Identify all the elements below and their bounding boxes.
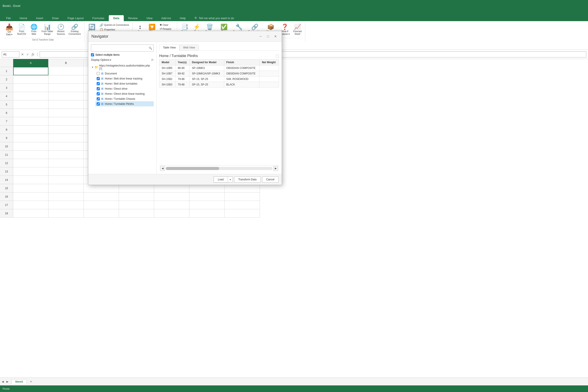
- row-header-18[interactable]: 18: [0, 209, 13, 218]
- load-button[interactable]: Load: [214, 176, 228, 182]
- queries-connections-button[interactable]: 🔗 Queries & Connections: [98, 23, 130, 27]
- dialog-minimize-button[interactable]: ─: [258, 33, 264, 40]
- tab-home[interactable]: Home: [15, 15, 32, 21]
- cell-b15[interactable]: [48, 184, 84, 192]
- tree-item-4-checkbox[interactable]: [97, 92, 100, 95]
- row-header-14[interactable]: 14: [0, 176, 13, 184]
- cell-a6[interactable]: [13, 109, 48, 117]
- display-options-label[interactable]: Display Options: [91, 58, 110, 62]
- table-row-1[interactable]: SH-10B5 86-90 SP-10MK3 OBSIDIAN COMPOSIT…: [160, 66, 279, 71]
- cell-a12[interactable]: [13, 159, 48, 167]
- cell-a13[interactable]: [13, 167, 48, 176]
- tree-item-2-checkbox[interactable]: [97, 82, 100, 85]
- row-header-1[interactable]: 1: [0, 67, 13, 75]
- cell-g17[interactable]: [225, 201, 260, 209]
- cell-e16[interactable]: [154, 192, 190, 201]
- cell-f15[interactable]: [190, 184, 225, 192]
- col-header-a[interactable]: A: [13, 59, 48, 67]
- row-header-11[interactable]: 11: [0, 151, 13, 159]
- cell-a8[interactable]: [13, 126, 48, 134]
- formula-confirm-icon[interactable]: ✓: [26, 52, 30, 56]
- cell-a9[interactable]: [13, 134, 48, 142]
- dialog-maximize-button[interactable]: □: [265, 33, 271, 40]
- cell-b7[interactable]: [48, 117, 84, 126]
- cell-d17[interactable]: [119, 201, 154, 209]
- cell-b10[interactable]: [48, 142, 84, 151]
- tab-page-layout[interactable]: Page Layout: [63, 15, 88, 21]
- tree-root-folder[interactable]: ▼ 📁 https://vintagetechnics.audio/turnta…: [91, 64, 154, 71]
- cell-b13[interactable]: [48, 167, 84, 176]
- cell-b12[interactable]: [48, 159, 84, 167]
- tab-review[interactable]: Review: [124, 15, 142, 21]
- tree-item-4[interactable]: ⊞ Home / Direct drive linear tracking: [95, 91, 154, 96]
- add-sheet-button[interactable]: +: [28, 380, 34, 384]
- table-row-4[interactable]: SH-15B3 79-88 SP-15, SP-25 BLACK: [160, 82, 279, 88]
- cell-b18[interactable]: [48, 209, 84, 218]
- cell-f17[interactable]: [190, 201, 225, 209]
- table-row-2[interactable]: SH-10B7 89-92 SP-10MK2A/SP-10MK3 OBSIDIA…: [160, 71, 279, 76]
- select-multiple-checkbox[interactable]: [91, 53, 94, 56]
- cell-b3[interactable]: [48, 84, 84, 92]
- tree-item-1-checkbox[interactable]: [97, 77, 100, 80]
- tree-item-6-checkbox[interactable]: [97, 102, 100, 106]
- tree-item-3[interactable]: ⊞ Home / Direct drive: [95, 86, 154, 91]
- tree-item-3-checkbox[interactable]: [97, 87, 100, 90]
- cell-a15[interactable]: [13, 184, 48, 192]
- recent-sources-button[interactable]: 🕐 RecentSources: [55, 23, 66, 36]
- tab-insert[interactable]: Insert: [32, 15, 48, 21]
- cell-a4[interactable]: [13, 92, 48, 100]
- cell-b17[interactable]: [48, 201, 84, 209]
- table-expand-icon[interactable]: ⬚: [276, 54, 279, 58]
- cell-f18[interactable]: [190, 209, 225, 218]
- cell-c18[interactable]: [84, 209, 119, 218]
- cell-a14[interactable]: [13, 176, 48, 184]
- cell-b16[interactable]: [48, 192, 84, 201]
- cell-b5[interactable]: [48, 100, 84, 109]
- scroll-right-button[interactable]: ▶: [273, 166, 278, 171]
- tab-view[interactable]: View: [142, 15, 157, 21]
- cell-a3[interactable]: [13, 84, 48, 92]
- row-header-15[interactable]: 15: [0, 184, 13, 192]
- row-header-16[interactable]: 16: [0, 192, 13, 201]
- tree-item-0[interactable]: ⊞ Document: [95, 71, 154, 76]
- tab-file[interactable]: File: [2, 15, 15, 21]
- navigator-search-input[interactable]: [92, 46, 149, 50]
- cell-a16[interactable]: [13, 192, 48, 201]
- cell-b8[interactable]: [48, 126, 84, 134]
- transform-data-button[interactable]: Transform Data: [234, 176, 261, 182]
- tree-item-5[interactable]: ⊞ Home / Turntable Chassis: [95, 96, 154, 101]
- cell-c17[interactable]: [84, 201, 119, 209]
- tree-item-2[interactable]: ⊞ Home / Belt drive turntables: [95, 81, 154, 86]
- row-header-4[interactable]: 4: [0, 92, 13, 100]
- load-dropdown-button[interactable]: ▾: [228, 176, 233, 182]
- dialog-close-button[interactable]: ✕: [272, 33, 278, 40]
- tab-draw[interactable]: Draw: [48, 15, 63, 21]
- cell-a17[interactable]: [13, 201, 48, 209]
- sheet-tab-sheet1[interactable]: Sheet1: [12, 379, 27, 384]
- cell-a11[interactable]: [13, 151, 48, 159]
- cell-reference-input[interactable]: [2, 51, 20, 58]
- row-header-2[interactable]: 2: [0, 75, 13, 84]
- tab-tell-me[interactable]: 🔍 Tell me what you want to do: [190, 15, 238, 21]
- row-header-6[interactable]: 6: [0, 109, 13, 117]
- refresh-icon[interactable]: ⟳: [151, 58, 154, 62]
- view-tab-table[interactable]: Table View: [159, 44, 180, 51]
- tab-data[interactable]: Data: [109, 15, 124, 21]
- existing-connections-button[interactable]: 🔗 ExistingConnections: [67, 23, 82, 36]
- tab-add-ins[interactable]: Add-ins: [157, 15, 175, 21]
- row-header-13[interactable]: 13: [0, 167, 13, 176]
- cancel-button[interactable]: Cancel: [262, 176, 278, 182]
- cell-e18[interactable]: [154, 209, 190, 218]
- cell-b9[interactable]: [48, 134, 84, 142]
- navigator-search-box[interactable]: 🔍: [91, 44, 154, 52]
- get-data-button[interactable]: 📥 GetData ▾: [4, 23, 15, 37]
- cell-b4[interactable]: [48, 92, 84, 100]
- cell-a18[interactable]: [13, 209, 48, 218]
- cell-b14[interactable]: [48, 176, 84, 184]
- cell-d15[interactable]: [119, 184, 154, 192]
- tab-help[interactable]: Help: [176, 15, 190, 21]
- cell-b2[interactable]: [48, 75, 84, 84]
- sheet-nav-left[interactable]: ◀: [1, 380, 4, 384]
- row-header-12[interactable]: 12: [0, 159, 13, 167]
- from-table-range-button[interactable]: 📊 From Table/Range: [40, 23, 55, 36]
